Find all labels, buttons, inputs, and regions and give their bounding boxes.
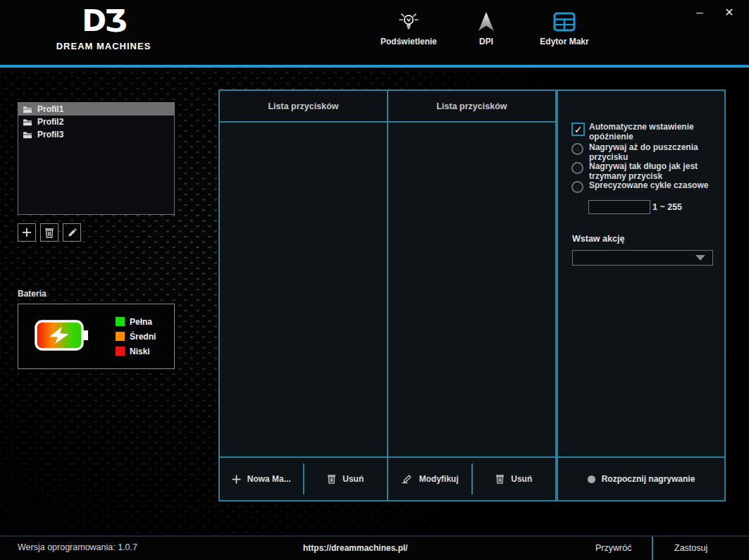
- legend-item-medium: Średni: [116, 329, 156, 344]
- record-options-panel: ✓ Automatyczne wstawienie opóźnienie Nag…: [557, 89, 726, 502]
- add-profile-button[interactable]: [18, 223, 36, 242]
- website-link[interactable]: https://dreammachines.pl/: [303, 543, 408, 553]
- new-macro-button[interactable]: Nowa Ma...: [220, 458, 303, 500]
- title-bar: DƷ DREAM MACHINES Podświetlenie: [0, 0, 749, 65]
- legend-item-low: Niski: [116, 344, 156, 359]
- insert-action-dropdown[interactable]: [572, 250, 713, 266]
- macro-list-body[interactable]: [220, 123, 387, 456]
- profile-list: Profil1 Profil2 Profil3: [18, 102, 175, 215]
- macro-grid-icon: [519, 10, 610, 34]
- rename-profile-button[interactable]: [63, 223, 81, 242]
- trash-icon: [327, 474, 336, 484]
- profile-label: Profil1: [37, 104, 63, 114]
- checkmark-icon: ✓: [574, 125, 583, 135]
- cycles-count-input[interactable]: [588, 200, 650, 214]
- header-accent-line: [0, 65, 749, 68]
- battery-legend: Pełna Średni Niski: [116, 314, 156, 359]
- radio-specified-cycles[interactable]: [571, 181, 583, 193]
- profile-item-3[interactable]: Profil3: [18, 128, 174, 141]
- brand-logo: DƷ DREAM MACHINES: [44, 3, 163, 51]
- radio-label: Nagrywaj aż do puszczenia przycisku: [589, 143, 717, 162]
- folder-icon: [23, 118, 32, 126]
- profile-label: Profil2: [37, 117, 63, 127]
- footer-bar: Wersja oprogramowania: 1.0.7 https://dre…: [0, 535, 749, 560]
- radio-label: Nagrywaj tak długo jak jest trzymany prz…: [589, 162, 717, 181]
- button-label: Usuń: [342, 474, 364, 484]
- profile-item-2[interactable]: Profil2: [18, 116, 174, 128]
- chevron-down-icon: [695, 255, 705, 261]
- legend-label: Pełna: [130, 317, 152, 327]
- full-swatch: [116, 317, 125, 326]
- battery-panel: Pełna Średni Niski: [18, 304, 175, 369]
- folder-icon: [23, 131, 32, 139]
- plus-icon: [22, 228, 32, 237]
- brand-monogram-icon: DƷ: [44, 3, 163, 39]
- column-header: Lista przycisków: [388, 91, 555, 123]
- restore-button[interactable]: Przywróć: [595, 543, 631, 553]
- footer-divider: [652, 537, 653, 560]
- button-label: Modyfikuj: [419, 474, 459, 484]
- folder-icon: [23, 106, 32, 113]
- delete-profile-button[interactable]: [40, 223, 58, 242]
- action-list-body[interactable]: [388, 123, 555, 456]
- macro-table: Lista przycisków Nowa Ma... Usuń: [218, 89, 557, 502]
- trash-icon: [495, 474, 505, 484]
- close-button[interactable]: ✕: [720, 4, 738, 21]
- column-header: Lista przycisków: [220, 91, 387, 123]
- cycles-range-hint: 1 ~ 255: [652, 202, 682, 212]
- action-list-column: Lista przycisków Modyfikuj Usuń: [387, 91, 555, 500]
- minimize-button[interactable]: –: [691, 4, 709, 21]
- macro-list-column: Lista przycisków Nowa Ma... Usuń: [220, 91, 387, 500]
- radio-label: Sprecyzowane cykle czasowe: [589, 181, 717, 191]
- modify-action-button[interactable]: Modyfikuj: [388, 458, 471, 500]
- record-footer: Rozpocznij nagrywanie: [558, 456, 724, 500]
- start-recording-button[interactable]: Rozpocznij nagrywanie: [583, 458, 700, 500]
- record-dot-icon: [588, 475, 595, 483]
- profile-label: Profil3: [37, 130, 63, 139]
- macro-list-footer: Nowa Ma... Usuń: [220, 456, 387, 500]
- apply-button[interactable]: Zastosuj: [674, 543, 707, 553]
- auto-delay-label: Automatyczne wstawienie opóźnienie: [589, 123, 717, 142]
- legend-label: Niski: [130, 347, 150, 356]
- battery-icon: [34, 317, 92, 354]
- legend-item-full: Pełna: [116, 314, 156, 329]
- pencil-icon: [67, 228, 78, 238]
- delete-macro-button[interactable]: Usuń: [304, 458, 388, 500]
- auto-delay-checkbox[interactable]: ✓: [571, 123, 585, 136]
- action-list-footer: Modyfikuj Usuń: [388, 456, 555, 500]
- radio-record-while-held[interactable]: [571, 162, 583, 174]
- brand-name: DREAM MACHINES: [44, 41, 163, 51]
- insert-action-label: Wstaw akcję: [572, 234, 624, 244]
- software-version: Wersja oprogramowania: 1.0.7: [18, 542, 137, 552]
- edit-pen-icon: [401, 474, 413, 484]
- button-label: Usuń: [511, 474, 532, 484]
- low-swatch: [116, 347, 125, 356]
- nav-item-edytor-makr[interactable]: Edytor Makr: [519, 10, 610, 46]
- legend-label: Średni: [130, 332, 156, 342]
- trash-icon: [44, 228, 54, 238]
- nav-label: Edytor Makr: [519, 37, 610, 46]
- battery-title: Bateria: [18, 289, 47, 299]
- delete-action-button[interactable]: Usuń: [473, 458, 556, 500]
- profile-item-1[interactable]: Profil1: [18, 103, 174, 116]
- plus-icon: [232, 475, 241, 484]
- radio-record-until-release[interactable]: [571, 143, 583, 155]
- medium-swatch: [116, 332, 125, 341]
- button-label: Rozpocznij nagrywanie: [602, 474, 695, 484]
- button-label: Nowa Ma...: [247, 474, 291, 484]
